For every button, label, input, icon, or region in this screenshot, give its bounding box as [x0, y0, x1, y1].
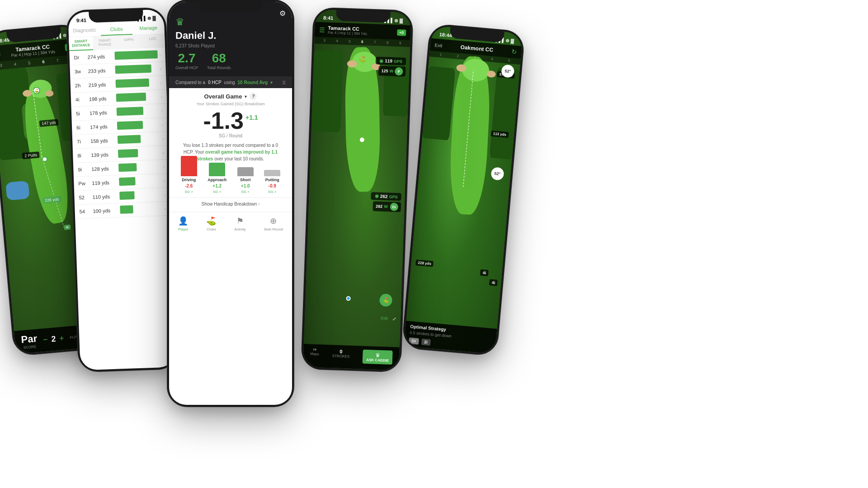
p4-hole-7[interactable]: 7 [368, 40, 381, 45]
club-bar-container-9i [118, 162, 161, 173]
club-yardage-52: 110 yds [92, 193, 119, 200]
club-badge-4i-2: 4i [489, 279, 498, 286]
club-name-pw: Pw [78, 180, 92, 186]
flag-circle4[interactable]: ⛳ [379, 294, 392, 307]
p4-hole-6[interactable]: 6 [356, 40, 368, 44]
exit-btn[interactable]: Exit [434, 42, 443, 48]
round-avg[interactable]: 10 Round Avg [238, 80, 268, 85]
score-controls[interactable]: − 2 + [42, 333, 65, 345]
club-yardage-dr: 274 yds [88, 53, 115, 60]
sg-bar-link-approach[interactable]: SG > [213, 190, 221, 194]
club-chevron-5i: › [161, 108, 163, 113]
ask-caddie-label: ASK CADDIE [366, 358, 389, 363]
maps-nav[interactable]: 🗺 Maps [310, 348, 319, 362]
phone4-edit-btn[interactable]: Edit [381, 316, 388, 321]
club-yardage-7i: 158 yds [90, 137, 118, 144]
bottom-nav: 👤 Player ⛳ Clubs ⚑ Activity ⊕ Start Roun… [169, 212, 292, 236]
sg-bar-link-putting[interactable]: SG > [268, 190, 276, 194]
phone4-gps2: ◉ 262 GPS [371, 192, 401, 201]
start-round-nav-label: Start Round [264, 227, 283, 231]
score-plus-btn[interactable]: + [59, 333, 64, 343]
dr-circle-btn[interactable]: Dr [390, 203, 398, 211]
club-row-54[interactable]: 54 100 yds › [75, 202, 171, 219]
sg-bar-val-short: +1.0 [241, 183, 250, 188]
breakdown-arrow: › [258, 202, 259, 206]
sg-bar-item-short: Short +1.0 SG > [237, 167, 254, 194]
tab-manage[interactable]: Manage [132, 22, 165, 35]
nav-clubs[interactable]: ⛳ Clubs [206, 216, 216, 231]
phone5-wrapper: 18:44 ▐▐▐ ⊜ ▓ Exit Oakmont CC ↻ 1 2 [402, 23, 525, 356]
hole-3[interactable]: 3 [0, 63, 8, 69]
nav-start-round[interactable]: ⊕ Start Round [264, 216, 283, 231]
strategy-dr-badge[interactable]: Dr [409, 338, 419, 345]
gps-icon2: ◉ [375, 193, 379, 198]
dist-228: 228 yds [415, 259, 434, 267]
score-minus-btn[interactable]: − [42, 335, 48, 345]
strategy-2i-badge[interactable]: 2i [421, 338, 431, 346]
nav-activity[interactable]: ⚑ Activity [234, 216, 245, 231]
p5-hole-4[interactable]: 4 [483, 56, 501, 62]
p5-tree-1 [422, 66, 456, 141]
tab-diagnostic[interactable]: Diagnostic [68, 24, 101, 37]
sg-bar-rect-putting [264, 170, 280, 176]
sub-tab-smart-range[interactable]: SMART RANGE [93, 36, 117, 50]
gps-icon1: ◉ [379, 58, 383, 63]
sg-bar-link-driving[interactable]: SG > [185, 190, 193, 194]
club-name-9i: 9i [78, 166, 91, 172]
club-bar-container-2h [115, 78, 158, 89]
sg-bars-row: Driving -2.6 SG > Approach +1.2 SG > Sho… [169, 167, 292, 194]
sg-bar-item-driving: Driving -2.6 SG > [181, 156, 197, 194]
sub-tab-smart-distance[interactable]: SMART DISTANCE [69, 37, 93, 51]
hole-5[interactable]: 5 [23, 60, 36, 66]
overall-game-row[interactable]: Overall Game ▾ ? [169, 88, 292, 102]
club-chevron-3w: › [160, 66, 161, 71]
p4-hole-8[interactable]: 8 [381, 41, 394, 45]
hole-7[interactable]: 7 [51, 58, 64, 64]
p4-hole-9[interactable]: 9 [394, 41, 406, 46]
sg-bar-link-short[interactable]: SG > [241, 190, 249, 194]
p5-hole-5[interactable]: 5 [500, 58, 518, 63]
refresh-icon[interactable]: ↻ [511, 48, 517, 56]
overall-game-info-btn[interactable]: ? [250, 93, 257, 100]
ask-caddie-btn[interactable]: ♛ ASK CADDIE [363, 350, 393, 365]
overall-hcp-label: Overall HCP [175, 66, 198, 70]
phone4-menu-icon[interactable]: ☰ [319, 26, 326, 33]
club-yardage-2h: 219 yds [89, 81, 116, 88]
show-breakdown[interactable]: Show Handicap Breakdown › [169, 197, 292, 212]
show-breakdown-text: Show Handicap Breakdown [202, 202, 257, 206]
player-stats-row: 2.7 Overall HCP 68 Total Rounds [175, 52, 286, 70]
club-list: Dr 274 yds › 3w 233 yds › 2h 219 yds › 4… [69, 47, 171, 219]
p5-hole-2[interactable]: 2 [449, 53, 467, 59]
sg-bar-label-short: Short [240, 178, 251, 182]
putts-value: 2 [51, 334, 57, 344]
phone4-edit-row: Edit ⤢ [381, 316, 396, 321]
battery-icon5: ▓ [510, 38, 514, 43]
club-bar-container-8i [118, 148, 161, 159]
expand-icon4[interactable]: ⤢ [392, 316, 396, 321]
hcp-filter-bar: Compared to a 0 HCP using 10 Round Avg ▾… [169, 76, 292, 88]
p4-hole-3[interactable]: 3 [318, 38, 330, 43]
club-chevron-54: › [165, 206, 166, 211]
gear-icon[interactable]: ⚙ [279, 9, 286, 18]
tab-clubs[interactable]: Clubs [100, 23, 133, 36]
p5-tree-2 [489, 67, 519, 160]
sg-delta: +1.1 [245, 114, 258, 121]
sub-tab-gir[interactable]: GIR% [117, 35, 141, 49]
club-bar-container-5i [117, 106, 160, 117]
p4-hole-4[interactable]: 4 [330, 39, 343, 43]
club-name-2h: 2h [75, 82, 89, 88]
strategy-footer: Optimal Strategy 4.5 strokes to get down… [404, 321, 497, 354]
p5-hole-1[interactable]: 1 [432, 52, 450, 57]
filter-icon[interactable]: ⧖ [282, 79, 286, 85]
sub-tab-loc[interactable]: LOC [141, 34, 165, 49]
p-circle-btn[interactable]: P [395, 67, 403, 76]
round-avg-chevron[interactable]: ▾ [270, 80, 273, 85]
clubs-nav-icon: ⛳ [206, 216, 216, 226]
battery-icon2: ▓ [152, 15, 156, 20]
flag-icon4: ⛳ [382, 297, 389, 304]
hole-6-active[interactable]: 6 [37, 59, 50, 65]
p4-hole-5[interactable]: 5 [343, 39, 356, 44]
sg-main-value: -1.3 [203, 109, 244, 132]
hole-4[interactable]: 4 [8, 61, 22, 67]
nav-player[interactable]: 👤 Player [178, 216, 189, 231]
